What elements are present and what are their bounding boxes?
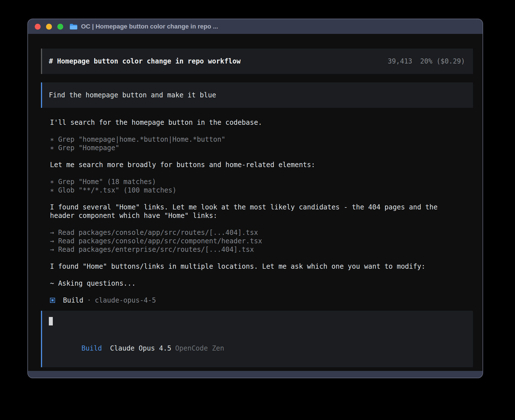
window-controls: [35, 24, 63, 30]
assistant-text: I found "Home" buttons/links in multiple…: [50, 262, 473, 271]
text-cursor: [49, 317, 53, 325]
spacer: [50, 288, 473, 296]
assistant-text: I found several "Home" links. Let me loo…: [50, 203, 473, 211]
agent-model: claude-opus-4-5: [95, 296, 156, 305]
tool-call-glob: ∗ Glob "**/*.tsx" (100 matches): [50, 186, 473, 194]
input-mode-badge[interactable]: Build: [82, 344, 102, 352]
tool-call-read: → Read packages/enterprise/src/routes/[.…: [50, 245, 473, 254]
close-button[interactable]: [35, 24, 41, 30]
terminal-window: OC | Homepage button color change in rep…: [27, 19, 483, 378]
minimize-button[interactable]: [46, 24, 52, 30]
separator-dot: ·: [87, 296, 91, 305]
assistant-status-text: ~ Asking questions...: [50, 279, 473, 288]
window-bottom-edge: [28, 371, 483, 378]
spacer: [50, 271, 473, 279]
assistant-transcript: I'll search for the homepage button in t…: [41, 118, 473, 305]
input-model-label: Claude Opus 4.5: [110, 344, 171, 352]
maximize-button[interactable]: [57, 24, 63, 30]
tool-call-grep: ∗ Grep "homepage|home.*button|Home.*butt…: [50, 135, 473, 144]
session-stats: 39,413 20% ($0.29): [388, 57, 465, 65]
spacer: [50, 152, 473, 161]
assistant-text: header component which have "Home" links…: [50, 211, 473, 220]
spacer: [50, 127, 473, 135]
session-title: # Homepage button color change in repo w…: [49, 57, 241, 65]
token-count: 39,413: [388, 57, 412, 65]
tool-call-grep: ∗ Grep "Home" (18 matches): [50, 178, 473, 186]
session-header: # Homepage button color change in repo w…: [41, 49, 473, 74]
tool-call-read: → Read packages/console/app/src/routes/[…: [50, 228, 473, 237]
spacer: [50, 194, 473, 203]
agent-status-line: Build · claude-opus-4-5: [50, 296, 473, 305]
user-message: Find the homepage button and make it blu…: [41, 82, 473, 108]
tool-call-grep: ∗ Grep "Homepage": [50, 144, 473, 152]
assistant-text: Let me search more broadly for buttons a…: [50, 161, 473, 169]
input-provider-label: OpenCode Zen: [175, 344, 224, 352]
titlebar: OC | Homepage button color change in rep…: [28, 19, 483, 34]
agent-build-icon: [50, 298, 55, 303]
spacer: [50, 220, 473, 228]
prompt-input[interactable]: BuildClaude Opus 4.5OpenCode Zen: [41, 311, 473, 367]
tool-call-read: → Read packages/console/app/src/componen…: [50, 237, 473, 245]
input-status-line: BuildClaude Opus 4.5OpenCode Zen: [49, 336, 465, 361]
assistant-text: I'll search for the homepage button in t…: [50, 118, 473, 127]
terminal-content: # Homepage button color change in repo w…: [28, 34, 483, 371]
folder-icon: [69, 23, 77, 30]
spacer: [50, 169, 473, 178]
window-title: OC | Homepage button color change in rep…: [81, 23, 218, 30]
agent-name: Build: [63, 296, 83, 305]
context-cost: 20% ($0.29): [420, 57, 465, 65]
spacer: [50, 254, 473, 262]
